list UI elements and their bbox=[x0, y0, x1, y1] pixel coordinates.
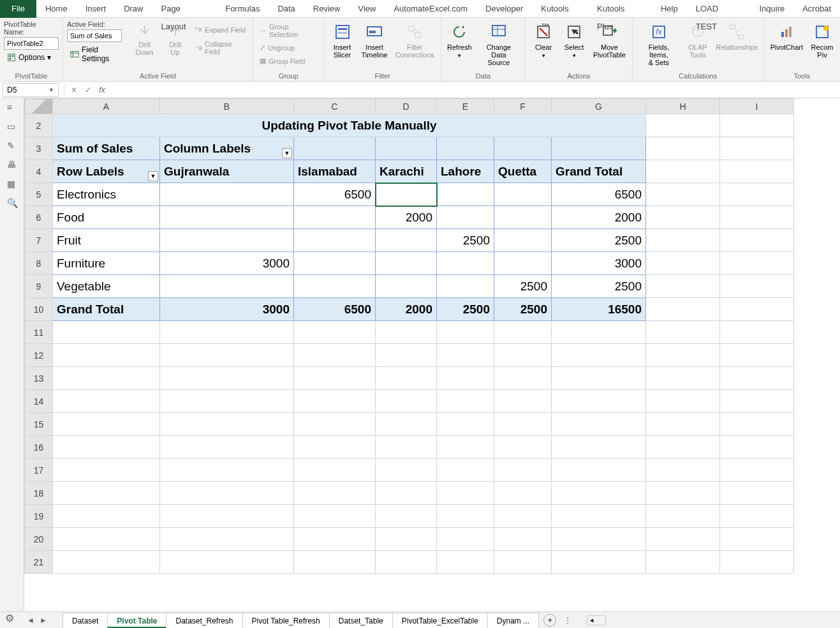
cell[interactable] bbox=[646, 482, 720, 505]
cell[interactable]: 2000 bbox=[376, 206, 437, 229]
cell[interactable] bbox=[494, 505, 552, 528]
cell[interactable] bbox=[494, 229, 552, 252]
cell[interactable] bbox=[294, 413, 376, 436]
row-header[interactable]: 9 bbox=[25, 275, 53, 298]
cell[interactable] bbox=[720, 367, 794, 390]
cell[interactable] bbox=[437, 275, 494, 298]
menu-tab-help[interactable]: Help bbox=[652, 0, 687, 18]
cell[interactable] bbox=[160, 390, 294, 413]
cell[interactable] bbox=[646, 229, 720, 252]
cell[interactable]: Lahore bbox=[437, 160, 494, 183]
insert-slicer-button[interactable]: Insert Slicer bbox=[328, 20, 357, 60]
clear-button[interactable]: Clear ▾ bbox=[529, 20, 557, 60]
insert-function-button[interactable]: fx bbox=[95, 83, 109, 97]
col-header-C[interactable]: C bbox=[294, 99, 376, 114]
row-header[interactable]: 18 bbox=[25, 482, 53, 505]
cell[interactable] bbox=[437, 321, 494, 344]
gutter-table-icon[interactable]: ▦ bbox=[7, 179, 17, 189]
row-header[interactable]: 2 bbox=[25, 114, 53, 137]
cell[interactable]: 16500 bbox=[552, 298, 646, 321]
cell[interactable] bbox=[160, 344, 294, 367]
change-data-source-button[interactable]: Change Data Source bbox=[476, 20, 521, 68]
cell[interactable]: 6500 bbox=[552, 183, 646, 206]
cell[interactable] bbox=[294, 436, 376, 459]
cell[interactable]: 3000 bbox=[160, 298, 294, 321]
row-header[interactable]: 14 bbox=[25, 390, 53, 413]
cell[interactable] bbox=[552, 459, 646, 482]
cell[interactable]: 6500 bbox=[294, 183, 376, 206]
cell[interactable] bbox=[494, 206, 552, 229]
menu-tab-automate-excel[interactable]: AutomateExcel.com bbox=[385, 0, 476, 18]
cell[interactable] bbox=[720, 321, 794, 344]
cell[interactable] bbox=[53, 367, 160, 390]
cell[interactable] bbox=[552, 137, 646, 160]
select-all-corner[interactable] bbox=[25, 99, 53, 114]
sheet-tab[interactable]: Dataset_Refresh bbox=[166, 613, 242, 628]
menu-tab-load-test[interactable]: LOAD TEST bbox=[687, 0, 751, 18]
cell[interactable] bbox=[552, 505, 646, 528]
cell[interactable] bbox=[494, 459, 552, 482]
sheet-tabs-menu[interactable]: ⋮ bbox=[561, 616, 574, 625]
cell[interactable] bbox=[160, 459, 294, 482]
cell[interactable] bbox=[294, 137, 376, 160]
cell[interactable]: 2000 bbox=[552, 206, 646, 229]
row-header[interactable]: 10 bbox=[25, 298, 53, 321]
cell[interactable] bbox=[376, 482, 437, 505]
cell[interactable] bbox=[294, 275, 376, 298]
add-sheet-button[interactable]: + bbox=[543, 614, 556, 627]
cell[interactable] bbox=[720, 183, 794, 206]
cell[interactable] bbox=[160, 482, 294, 505]
cell[interactable] bbox=[160, 367, 294, 390]
gutter-print-icon[interactable]: 🖶 bbox=[7, 160, 17, 170]
cell[interactable] bbox=[646, 436, 720, 459]
row-header[interactable]: 5 bbox=[25, 183, 53, 206]
cell[interactable] bbox=[720, 482, 794, 505]
pivottable-options-button[interactable]: Options ▾ bbox=[4, 51, 59, 64]
cell[interactable]: 2500 bbox=[552, 229, 646, 252]
cell[interactable] bbox=[720, 551, 794, 574]
cell[interactable]: Gujranwala bbox=[160, 160, 294, 183]
cell[interactable] bbox=[646, 275, 720, 298]
recommended-pivottables-button[interactable]: Recom Piv bbox=[808, 20, 836, 60]
cell[interactable] bbox=[294, 459, 376, 482]
col-header-A[interactable]: A bbox=[53, 99, 160, 114]
cell[interactable] bbox=[53, 344, 160, 367]
sheet-tab[interactable]: Datset_Table bbox=[329, 613, 393, 628]
cell[interactable] bbox=[646, 160, 720, 183]
cell[interactable]: 2500 bbox=[437, 229, 494, 252]
menu-tab-developer[interactable]: Developer bbox=[476, 0, 532, 18]
cell[interactable] bbox=[720, 137, 794, 160]
cell[interactable] bbox=[646, 390, 720, 413]
cancel-formula-button[interactable]: ✕ bbox=[67, 83, 81, 97]
cell[interactable] bbox=[376, 436, 437, 459]
cell[interactable] bbox=[160, 413, 294, 436]
cell[interactable] bbox=[294, 390, 376, 413]
cell[interactable]: Electronics bbox=[53, 183, 160, 206]
sheet-tab[interactable]: Dynam ... bbox=[487, 613, 539, 628]
cell[interactable] bbox=[552, 551, 646, 574]
cell[interactable] bbox=[376, 344, 437, 367]
row-header[interactable]: 3 bbox=[25, 137, 53, 160]
cell[interactable] bbox=[646, 528, 720, 551]
cell[interactable] bbox=[53, 482, 160, 505]
menu-tab-page-layout[interactable]: Page Layout bbox=[152, 0, 217, 18]
cell[interactable] bbox=[376, 505, 437, 528]
accept-formula-button[interactable]: ✓ bbox=[81, 83, 95, 97]
cell[interactable] bbox=[53, 413, 160, 436]
cell[interactable]: 3000 bbox=[160, 252, 294, 275]
cell[interactable] bbox=[646, 367, 720, 390]
cell[interactable] bbox=[294, 206, 376, 229]
cell[interactable] bbox=[294, 528, 376, 551]
cell[interactable] bbox=[720, 344, 794, 367]
cell[interactable] bbox=[376, 413, 437, 436]
menu-tab-view[interactable]: View bbox=[349, 0, 385, 18]
cell[interactable] bbox=[376, 229, 437, 252]
cell[interactable] bbox=[294, 367, 376, 390]
cell[interactable] bbox=[646, 114, 720, 137]
name-box[interactable]: D5 ▼ bbox=[3, 83, 59, 97]
cell[interactable] bbox=[720, 436, 794, 459]
cell[interactable] bbox=[294, 344, 376, 367]
cell[interactable] bbox=[53, 459, 160, 482]
refresh-button[interactable]: Refresh ▾ bbox=[445, 20, 474, 60]
cell[interactable] bbox=[53, 528, 160, 551]
